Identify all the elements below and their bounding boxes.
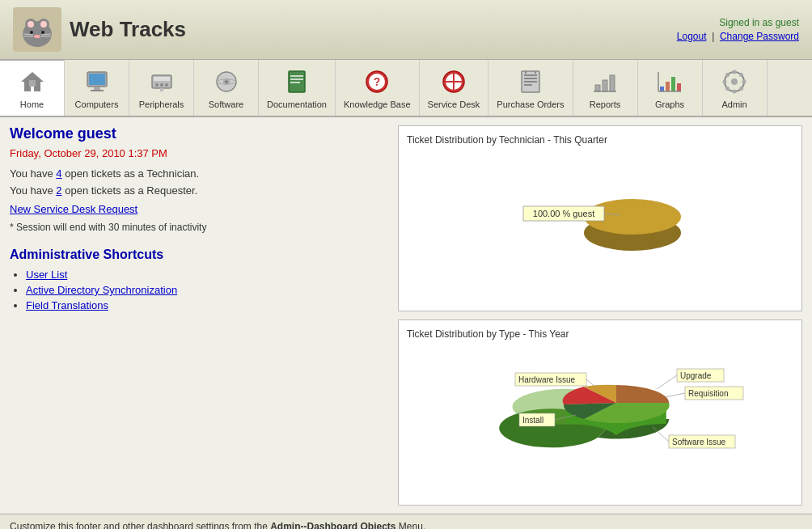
requester-tickets-link[interactable]: 2: [56, 184, 61, 197]
computers-icon: [82, 67, 112, 96]
nav-home-label: Home: [20, 99, 44, 109]
svg-text:?: ?: [374, 75, 381, 88]
svg-point-58: [733, 70, 737, 74]
svg-rect-23: [160, 88, 163, 91]
app-title: Web Tracks: [70, 17, 186, 42]
new-service-desk-request-link[interactable]: New Service Desk Request: [10, 203, 388, 215]
svg-point-59: [733, 89, 737, 93]
welcome-title: Welcome guest: [10, 125, 388, 142]
nav-service-desk[interactable]: Service Desk: [420, 60, 489, 116]
session-note: * Session will end with 30 minutes of in…: [10, 222, 388, 233]
reports-icon: [590, 67, 620, 96]
svg-text:Software Issue: Software Issue: [672, 438, 726, 446]
shortcuts-list: User List Active Directory Synchronizati…: [10, 269, 388, 311]
svg-rect-17: [91, 90, 104, 91]
nav-documentation[interactable]: Documentation: [259, 60, 336, 116]
knowledge-base-icon: ?: [362, 67, 391, 96]
svg-text:Install: Install: [522, 416, 543, 425]
nav-knowledge-base-label: Knowledge Base: [344, 99, 411, 109]
svg-rect-29: [290, 75, 303, 77]
svg-text:Upgrade: Upgrade: [680, 371, 712, 380]
app-logo: [13, 7, 61, 52]
svg-point-21: [160, 83, 163, 87]
chart2-area: Hardware Issue Upgrade Requisition Insta…: [407, 346, 793, 468]
nav-admin-label: Admin: [721, 99, 746, 109]
svg-point-63: [739, 73, 743, 77]
nav-admin[interactable]: Admin: [703, 60, 768, 116]
nav-software[interactable]: Software: [194, 60, 259, 116]
admin-icon: [720, 67, 749, 96]
footer-text-part1: Customize this footer and other dashboar…: [10, 521, 270, 529]
nav-purchase-orders[interactable]: Purchase Orders: [488, 60, 573, 116]
svg-rect-51: [666, 82, 670, 91]
nav-computers[interactable]: Computers: [65, 60, 129, 116]
nav-peripherals[interactable]: Peripherals: [129, 60, 194, 116]
svg-line-82: [657, 375, 677, 389]
footer-text-part2: Menu.: [396, 521, 426, 529]
list-item: Active Directory Synchronization: [26, 284, 388, 296]
svg-rect-15: [89, 74, 105, 85]
nav-graphs-label: Graphs: [655, 99, 684, 109]
nav-purchase-orders-label: Purchase Orders: [497, 99, 564, 109]
svg-point-4: [40, 21, 47, 28]
svg-point-57: [731, 78, 738, 85]
svg-point-20: [155, 83, 159, 87]
svg-point-5: [30, 31, 33, 34]
change-password-link[interactable]: Change Password: [720, 31, 799, 42]
svg-rect-31: [290, 82, 300, 83]
documentation-icon: [282, 67, 311, 96]
svg-rect-19: [154, 77, 170, 81]
software-icon: [212, 67, 241, 96]
svg-rect-40: [524, 74, 537, 76]
admin-shortcuts-title: Administrative Shortcuts: [10, 248, 388, 262]
svg-point-6: [41, 31, 44, 34]
svg-rect-46: [595, 85, 600, 91]
footer: Customize this footer and other dashboar…: [0, 514, 812, 529]
logo-area: Web Tracks: [13, 7, 186, 52]
svg-point-61: [742, 79, 746, 83]
requester-tickets-text: You have 2 open tickets as a Requester.: [10, 184, 388, 197]
nav-knowledge-base[interactable]: ? Knowledge Base: [336, 60, 420, 116]
nav-software-label: Software: [209, 99, 243, 109]
field-translations-link[interactable]: Field Translations: [26, 299, 108, 311]
date-display: Friday, October 29, 2010 1:37 PM: [10, 147, 388, 159]
chart2-title: Ticket Distribution by Type - This Year: [407, 328, 793, 340]
user-list-link[interactable]: User List: [26, 269, 67, 281]
svg-line-83: [665, 393, 685, 397]
chart-type: Ticket Distribution by Type - This Year: [398, 320, 802, 506]
chart1-area: 100.00 % guest: [407, 152, 793, 273]
logout-link[interactable]: Logout: [677, 31, 707, 42]
technician-tickets-link[interactable]: 4: [56, 167, 61, 180]
svg-rect-30: [290, 78, 303, 80]
svg-rect-13: [29, 80, 36, 87]
nav-reports-label: Reports: [590, 99, 621, 109]
user-info: Signed in as guest Logout | Change Passw…: [677, 17, 799, 42]
list-item: User List: [26, 269, 388, 281]
left-panel: Welcome guest Friday, October 29, 2010 1…: [10, 125, 398, 506]
svg-rect-48: [610, 75, 615, 91]
chart-technician: Ticket Distribution by Technician - This…: [398, 125, 802, 311]
footer-text: Customize this footer and other dashboar…: [10, 521, 802, 529]
nav-reports[interactable]: Reports: [573, 60, 638, 116]
peripherals-icon: [147, 67, 176, 96]
technician-tickets-text: You have 4 open tickets as a Technician.: [10, 167, 388, 180]
svg-text:Hardware Issue: Hardware Issue: [518, 375, 575, 384]
nav-graphs[interactable]: Graphs: [638, 60, 703, 116]
nav-home[interactable]: Home: [0, 59, 65, 116]
svg-point-3: [27, 21, 34, 28]
graphs-icon: [655, 67, 684, 96]
svg-rect-53: [677, 83, 681, 91]
nav-computers-label: Computers: [75, 99, 119, 109]
svg-point-60: [723, 79, 727, 83]
right-panel: Ticket Distribution by Technician - This…: [398, 125, 802, 506]
active-directory-link[interactable]: Active Directory Synchronization: [26, 284, 177, 296]
svg-rect-16: [94, 87, 100, 90]
home-icon: [18, 67, 47, 96]
nav-peripherals-label: Peripherals: [139, 99, 184, 109]
list-item: Field Translations: [26, 299, 388, 311]
header-links: Logout | Change Password: [677, 31, 799, 42]
service-desk-icon: [439, 67, 468, 96]
chart1-title: Ticket Distribution by Technician - This…: [407, 134, 793, 146]
nav-documentation-label: Documentation: [267, 99, 327, 109]
svg-rect-52: [671, 77, 675, 91]
